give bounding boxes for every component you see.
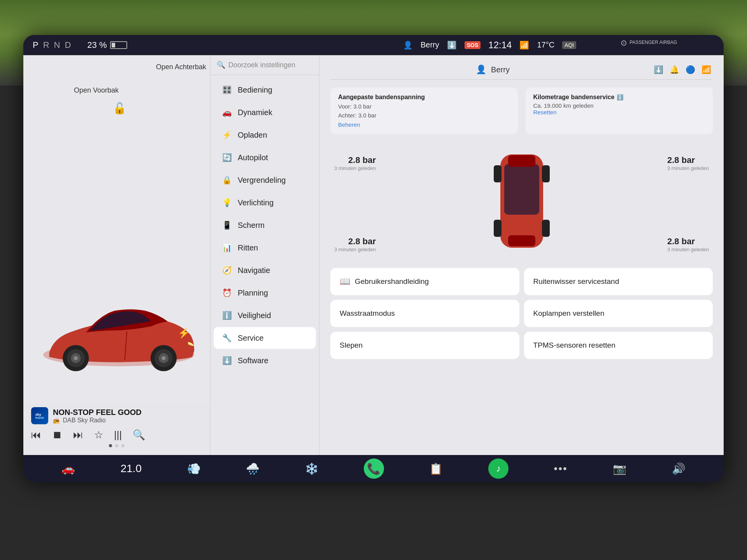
status-center: 👤 Berry ⬇️ SOS 12:14 📶 17°C AQI [403, 40, 576, 51]
menu-item-verlichting[interactable]: 💡 Verlichting [214, 192, 316, 214]
car-taskbar-icon: 🚗 [61, 462, 75, 475]
taskbar-fan[interactable]: 💨 [187, 462, 201, 475]
bluetooth-icon[interactable]: 🔵 [686, 65, 695, 74]
menu-item-autopilot[interactable]: 🔄 Autopilot [214, 147, 316, 168]
search-icon: 🔍 [217, 61, 225, 69]
menu-item-bediening[interactable]: 🎛️ Bediening [214, 79, 316, 101]
rear-trunk-label[interactable]: Open Achterbak [156, 63, 206, 72]
signal-bars-icon: 📶 [701, 65, 711, 74]
station-icon: 📻 [53, 417, 60, 424]
favorite-button[interactable]: ☆ [94, 429, 103, 441]
verlichting-icon: 💡 [221, 198, 232, 207]
menu-item-vergrendeling[interactable]: 🔒 Vergrendeling [214, 169, 316, 191]
menu-item-dynamiek[interactable]: 🚗 Dynamiek [214, 102, 316, 123]
gear-selector[interactable]: P R N D [33, 40, 72, 50]
wasstraat-button[interactable]: Wasstraatmodus [330, 300, 519, 327]
front-trunk-label[interactable]: Open Voorbak [74, 86, 119, 95]
dynamiek-icon: 🚗 [221, 108, 232, 117]
front-pressure-text: Voor: 3.0 bar [338, 102, 510, 111]
taskbar-more[interactable]: ••• [554, 462, 567, 475]
slepen-button[interactable]: Slepen [330, 332, 519, 359]
autopilot-icon: 🔄 [221, 153, 232, 162]
driver-name: Berry [421, 40, 439, 49]
taskbar-phone[interactable]: 📞 [364, 458, 384, 479]
gear-N[interactable]: N [54, 40, 61, 50]
pressure-fl-value: 2.8 bar [334, 155, 376, 165]
spotify-icon: ♪ [496, 463, 501, 474]
status-bar: P R N D 23 % 👤 Berry ⬇️ SOS 12:14 📶 17°C… [23, 35, 724, 55]
next-button[interactable]: ⏭ [73, 429, 83, 441]
tire-pressure-area: 2.8 bar 3 minuten geleden 2.8 bar 3 minu… [330, 144, 713, 260]
pressure-rr-value: 2.8 bar [667, 236, 709, 247]
menu-item-planning[interactable]: ⏰ Planning [214, 282, 316, 304]
gebruikershandleiding-button[interactable]: 📖 Gebruikershandleiding [330, 268, 519, 295]
pressure-rl-value: 2.8 bar [334, 236, 376, 247]
download-header-icon[interactable]: ⬇️ [654, 65, 663, 74]
bell-icon[interactable]: 🔔 [670, 65, 679, 74]
svg-rect-14 [508, 235, 535, 246]
battery-percentage: 23 % [87, 40, 107, 50]
wiper-icon: 🌧️ [246, 462, 260, 475]
menu-item-scherm[interactable]: 📱 Scherm [214, 214, 316, 236]
planning-icon: ⏰ [221, 288, 232, 298]
stop-button[interactable]: ⏹ [52, 429, 62, 441]
taskbar-camera[interactable]: 📷 [613, 462, 626, 475]
menu-item-opladen[interactable]: ⚡ Opladen [214, 124, 316, 146]
menu-label-ritten: Ritten [238, 243, 258, 252]
tpms-button[interactable]: TPMS-sensoren resetten [524, 332, 713, 359]
search-placeholder[interactable]: Doorzoek instellingen [228, 61, 295, 69]
taskbar-volume[interactable]: 🔊 [672, 462, 686, 475]
car-display-panel: Open Voorbak Open Achterbak 🔓 [23, 55, 210, 455]
menu-label-software: Software [238, 356, 268, 365]
download-icon: ⬇️ [447, 40, 457, 50]
pressure-fr-time: 3 minuten geleden [667, 165, 709, 171]
taskbar-climate[interactable]: ❄️ [305, 462, 319, 475]
lock-icon[interactable]: 🔓 [113, 102, 126, 115]
mileage-service-box: Kilometrage bandenservice ℹ️ Ca. 19.000 … [526, 88, 713, 134]
menu-item-ritten[interactable]: 📊 Ritten [214, 237, 316, 259]
gear-P[interactable]: P [33, 40, 39, 50]
settings-header: 👤 Berry ⬇️ 🔔 🔵 📶 [330, 65, 713, 80]
main-screen: P R N D 23 % 👤 Berry ⬇️ SOS 12:14 📶 17°C… [23, 35, 724, 482]
search-music-button[interactable]: 🔍 [133, 429, 145, 441]
ruitenwisser-button[interactable]: Ruitenwisser servicestand [524, 268, 713, 295]
pressure-fl-time: 3 minuten geleden [334, 165, 376, 171]
taskbar-car[interactable]: 🚗 [61, 462, 75, 475]
menu-item-veiligheid[interactable]: ℹ️ Veiligheid [214, 304, 316, 326]
header-action-icons: ⬇️ 🔔 🔵 📶 [654, 65, 711, 74]
menu-item-navigatie[interactable]: 🧭 Navigatie [214, 259, 316, 281]
taskbar: 🚗 21.0 💨 🌧️ ❄️ 📞 📋 ♪ ••• 📷 🔊 [23, 455, 724, 482]
manage-pressure-link[interactable]: Beheren [338, 121, 510, 128]
equalizer-button[interactable]: ||| [114, 429, 122, 441]
music-station: 📻 DAB Sky Radio [53, 417, 142, 424]
koplampen-button[interactable]: Koplampen verstellen [524, 300, 713, 327]
veiligheid-icon: ℹ️ [221, 311, 232, 320]
gear-D[interactable]: D [65, 40, 72, 50]
prev-button[interactable]: ⏮ [31, 429, 41, 441]
service-content-panel: 👤 Berry ⬇️ 🔔 🔵 📶 Aangepaste bandenspanni… [319, 55, 724, 455]
svg-rect-13 [508, 155, 535, 167]
aqi-display: AQI [562, 41, 576, 49]
taskbar-notes[interactable]: 📋 [429, 462, 443, 475]
sos-badge[interactable]: SOS [465, 41, 481, 49]
user-name-display: Berry [491, 65, 510, 74]
volume-icon: 🔊 [672, 462, 686, 475]
pressure-front-left: 2.8 bar 3 minuten geleden [334, 155, 376, 171]
time-display: 12:14 [488, 40, 512, 51]
ritten-icon: 📊 [221, 243, 232, 252]
taskbar-wiper[interactable]: 🌧️ [246, 462, 260, 475]
pressure-rear-left: 2.8 bar 3 minuten geleden [334, 236, 376, 252]
menu-item-software[interactable]: ⬇️ Software [214, 350, 316, 371]
reset-mileage-link[interactable]: Resetten [533, 109, 705, 116]
climate-icon: ❄️ [305, 462, 319, 475]
taskbar-spotify[interactable]: ♪ [488, 458, 509, 479]
taskbar-temperature[interactable]: 21.0 [121, 462, 142, 475]
fan-icon: 💨 [187, 462, 201, 475]
svg-rect-18 [542, 220, 550, 237]
svg-rect-17 [494, 220, 502, 237]
gear-R[interactable]: R [43, 40, 50, 50]
rear-pressure-text: Achter: 3.0 bar [338, 111, 510, 120]
book-icon: 📖 [340, 276, 350, 287]
search-bar[interactable]: 🔍 Doorzoek instellingen [210, 55, 319, 75]
menu-item-service[interactable]: 🔧 Service [214, 327, 316, 349]
